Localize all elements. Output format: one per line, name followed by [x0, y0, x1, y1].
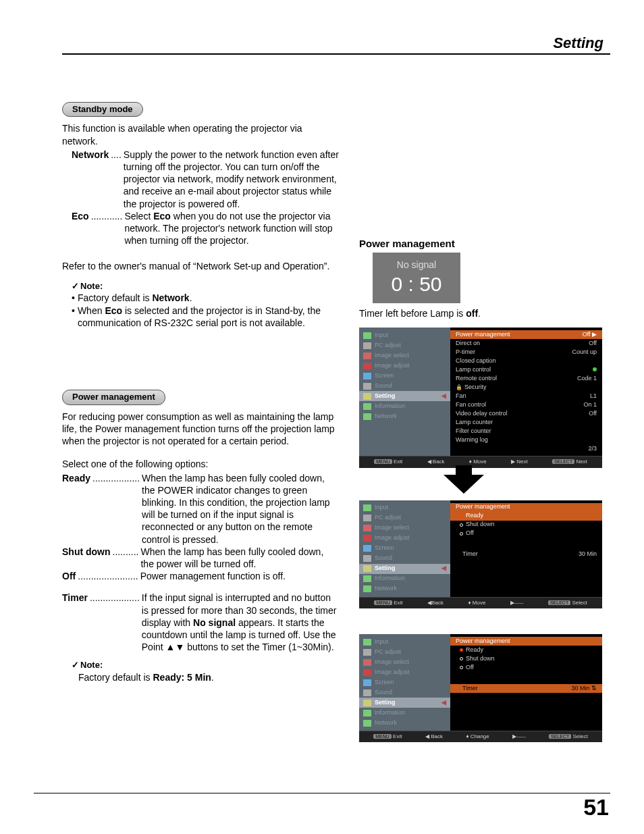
left-column: Standby mode This function is available … [62, 102, 339, 750]
standby-eco-def: Eco ............ Select Eco when you do … [72, 210, 339, 247]
nosignal-display: No signal 0 : 50 [373, 253, 460, 303]
back-label: ◀Back [427, 600, 444, 606]
osd-setting-row: Closed caption [450, 357, 602, 365]
osd-option-row: Off [450, 529, 602, 538]
bullet-dot: • [72, 305, 75, 329]
setting-value: Count up [572, 348, 597, 357]
osd-setting-row: P-timerCount up [450, 348, 602, 357]
menu-label: Sound [375, 554, 392, 563]
page-header: Setting [62, 34, 610, 55]
note-heading: Note: [72, 660, 339, 671]
def-dots: .................. [90, 472, 142, 546]
power-off-def: Off ....................... Power manage… [62, 570, 339, 582]
osd-setting-row: Video delay controlOff [450, 409, 602, 418]
setting-value: On 1 [583, 401, 597, 409]
select-button-icon: SELECT [548, 600, 570, 605]
menu-label: Information [375, 402, 405, 411]
def-label: Shut down [62, 546, 111, 570]
menu-label: Image adjust [375, 534, 410, 542]
osd-menu-item: Input [359, 637, 450, 647]
osd-menu-item: Network [359, 718, 450, 728]
osd-menu-item: Setting◀ [359, 698, 450, 708]
menu-label: Input [375, 332, 388, 340]
setting-value: Off [589, 410, 597, 418]
note-bullet: • When Eco is selected and the projector… [72, 305, 339, 329]
def-body: Supply the power to the network function… [124, 149, 339, 210]
selected-arrow-icon: ◀ [441, 565, 446, 573]
menu-icon [363, 403, 371, 410]
bold: No signal [193, 617, 236, 628]
next-label: ▶ Next [511, 459, 528, 465]
text: Select [124, 211, 153, 221]
setting-label: Closed caption [456, 357, 496, 364]
standby-refer: Refer to the owner's manual of “Network … [62, 260, 339, 272]
menu-icon [363, 413, 371, 420]
right-heading: Power management [359, 237, 602, 251]
bold: Network [152, 292, 189, 303]
osd-menu-item: Image adjust [359, 667, 450, 677]
exit-label: Exit [394, 600, 402, 606]
select-button-icon: SELECT [552, 459, 574, 464]
osd-option-row: Shut down [450, 521, 602, 529]
setting-label: Lamp control [456, 366, 491, 373]
bold: Eco [153, 211, 171, 221]
setting-label: Fan control [456, 401, 486, 408]
menu-icon [363, 720, 371, 727]
bullet-text: When Eco is selected and the projector i… [78, 305, 339, 329]
option-label: Ready [466, 646, 483, 654]
menu-label: Sound [375, 689, 392, 697]
dash-label: ▶----- [512, 733, 525, 740]
osd-menu-item: Image select [359, 350, 450, 361]
osd-setting-row: Remote controlCode 1 [450, 374, 602, 383]
menu-icon [363, 393, 371, 400]
nosignal-caption: Timer left before Lamp is off. [359, 307, 602, 319]
page-rule [34, 793, 610, 793]
menu-label: Screen [375, 544, 394, 552]
power-shutdown-def: Shut down .......... When the lamp has b… [62, 546, 339, 570]
osd-menu-item: PC adjust [359, 513, 450, 523]
text: When [78, 305, 105, 316]
osd-setting-row: Fan controlOn 1 [450, 400, 602, 409]
radio-icon [460, 648, 463, 652]
timer-label: Timer [456, 550, 478, 558]
osd-menu-item: PC adjust [359, 340, 450, 350]
osd-menu-item: Screen [359, 371, 450, 381]
power-timer-def: Timer ................... If the input s… [62, 592, 339, 653]
menu-icon [363, 545, 371, 552]
timer-value: 30 Min [579, 550, 597, 558]
radio-icon [460, 657, 463, 660]
osd-setting-row: Direct onOff [450, 339, 602, 348]
def-dots: ................... [88, 592, 142, 653]
setting-label: Lamp counter [456, 419, 493, 425]
menu-icon [363, 332, 371, 339]
osd-section-header: Power management [450, 503, 602, 512]
osd-page-indicator: 2/3 [588, 445, 597, 453]
text: Timer left before Lamp is [359, 308, 466, 319]
menu-button-icon: MENU [374, 600, 392, 605]
menu-icon [363, 649, 371, 656]
header-label: Power management [456, 637, 510, 646]
osd-menu-item: Network [359, 584, 450, 594]
setting-label: Warning log [456, 436, 488, 443]
green-dot-icon [593, 367, 597, 371]
menu-label: Information [375, 575, 405, 583]
power-management-pill: Power management [62, 390, 165, 405]
standby-intro: This function is available when operatin… [62, 122, 339, 147]
text: . [478, 308, 481, 319]
menu-icon [363, 659, 371, 666]
osd-menu-item: Information [359, 574, 450, 584]
def-body: When the lamp has been fully cooled down… [142, 472, 339, 546]
lock-icon: 🔒 [456, 384, 462, 390]
osd-setting-row: Filter counter [450, 427, 602, 436]
menu-icon [363, 700, 371, 706]
power-select-line: Select one of the following options: [62, 458, 339, 470]
setting-value: Off ▶ [583, 331, 597, 339]
menu-icon [363, 710, 371, 716]
osd-screenshot-2: InputPC adjustImage selectImage adjustSc… [359, 500, 602, 608]
def-body: Power management function is off. [140, 570, 339, 582]
menu-label: Image select [375, 524, 409, 532]
note-heading: Note: [72, 281, 339, 292]
nosignal-label: No signal [397, 259, 436, 271]
option-label: Off [466, 664, 474, 672]
osd-setting-row: Lamp control [450, 365, 602, 374]
